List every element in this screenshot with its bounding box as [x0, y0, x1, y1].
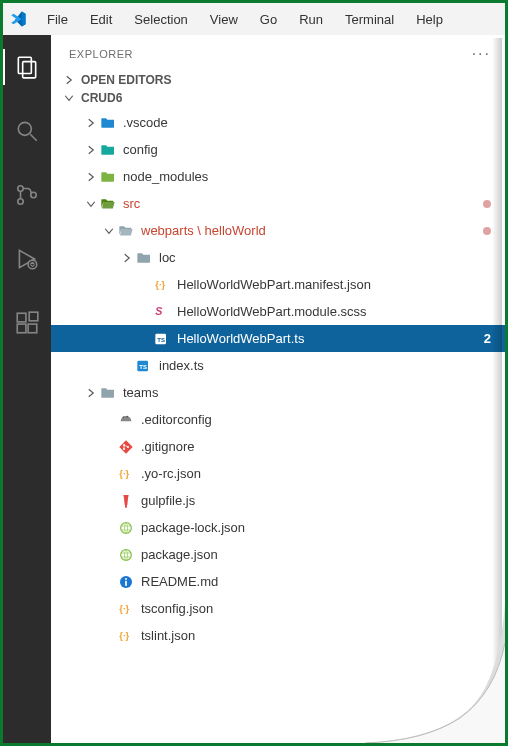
activity-bar: [3, 35, 51, 743]
tree-row[interactable]: .vscode: [51, 109, 505, 136]
modified-dot-icon: [483, 227, 491, 235]
section-open-editors[interactable]: OPEN EDITORS: [51, 71, 505, 89]
tree-item-label: index.ts: [159, 358, 204, 373]
tree-row[interactable]: {·}tslint.json: [51, 622, 505, 649]
svg-point-7: [28, 260, 37, 269]
ts-icon: TS: [135, 357, 153, 375]
chevron-right-icon[interactable]: [85, 117, 99, 129]
tree-row[interactable]: .gitignore: [51, 433, 505, 460]
svg-point-26: [121, 549, 132, 560]
tree-row[interactable]: TSindex.ts: [51, 352, 505, 379]
tree-row[interactable]: package.json: [51, 541, 505, 568]
svg-text:TS: TS: [157, 336, 165, 342]
chevron-right-icon[interactable]: [85, 387, 99, 399]
tree-item-label: gulpfile.js: [141, 493, 195, 508]
chevron-down-icon[interactable]: [85, 198, 99, 210]
svg-text:S: S: [155, 305, 162, 317]
svg-text:{·}: {·}: [119, 631, 129, 641]
menu-file[interactable]: File: [37, 8, 78, 31]
tree-row[interactable]: {·}HelloWorldWebPart.manifest.json: [51, 271, 505, 298]
tree-row[interactable]: webparts \ helloWorld: [51, 217, 505, 244]
chevron-down-icon: [63, 92, 77, 104]
chevron-down-icon[interactable]: [103, 225, 117, 237]
tree-row[interactable]: teams: [51, 379, 505, 406]
explorer-title: EXPLORER: [69, 48, 133, 60]
explorer-icon[interactable]: [3, 45, 51, 89]
svg-point-28: [125, 578, 127, 580]
extensions-icon[interactable]: [3, 301, 51, 345]
tree-row[interactable]: {·}.yo-rc.json: [51, 460, 505, 487]
source-control-icon[interactable]: [3, 173, 51, 217]
tree-item-label: loc: [159, 250, 176, 265]
gulp-icon: [117, 492, 135, 510]
tree-row[interactable]: node_modules: [51, 163, 505, 190]
tree-item-label: config: [123, 142, 158, 157]
editorconfig-icon: [117, 411, 135, 429]
tree-row[interactable]: TSHelloWorldWebPart.ts2: [51, 325, 505, 352]
tree-row[interactable]: .editorconfig: [51, 406, 505, 433]
menu-selection[interactable]: Selection: [124, 8, 197, 31]
chevron-right-icon: [63, 74, 77, 86]
chevron-right-icon[interactable]: [121, 252, 135, 264]
tree-item-label: teams: [123, 385, 158, 400]
file-tree: .vscodeconfignode_modulessrcwebparts \ h…: [51, 107, 505, 657]
section-project[interactable]: CRUD6: [51, 89, 505, 107]
scss-icon: S: [153, 303, 171, 321]
run-debug-icon[interactable]: [3, 237, 51, 281]
tree-item-label: src: [123, 196, 140, 211]
tree-row[interactable]: SHelloWorldWebPart.module.scss: [51, 298, 505, 325]
svg-rect-24: [125, 505, 127, 508]
svg-text:{·}: {·}: [155, 280, 165, 290]
chevron-right-icon[interactable]: [85, 144, 99, 156]
menu-help[interactable]: Help: [406, 8, 453, 31]
tree-item-label: README.md: [141, 574, 218, 589]
tree-item-label: node_modules: [123, 169, 208, 184]
json-icon: {·}: [117, 627, 135, 645]
svg-point-18: [123, 416, 125, 418]
tree-row[interactable]: package-lock.json: [51, 514, 505, 541]
chevron-right-icon[interactable]: [85, 171, 99, 183]
tree-row[interactable]: config: [51, 136, 505, 163]
problems-badge: 2: [484, 331, 491, 346]
ts-icon: TS: [153, 330, 171, 348]
menu-edit[interactable]: Edit: [80, 8, 122, 31]
svg-line-3: [30, 134, 37, 141]
folder-src-icon: [99, 195, 117, 213]
tree-item-label: webparts \ helloWorld: [141, 223, 266, 238]
svg-rect-0: [18, 57, 31, 73]
open-editors-label: OPEN EDITORS: [81, 73, 171, 87]
tree-item-label: .editorconfig: [141, 412, 212, 427]
svg-rect-9: [17, 324, 26, 333]
svg-rect-10: [28, 324, 37, 333]
svg-text:TS: TS: [139, 363, 147, 369]
info-icon: [117, 573, 135, 591]
tree-row[interactable]: gulpfile.js: [51, 487, 505, 514]
folder-icon: [99, 384, 117, 402]
git-icon: [117, 438, 135, 456]
menubar: File Edit Selection View Go Run Terminal…: [3, 3, 505, 35]
json-icon: {·}: [117, 600, 135, 618]
folder-config-icon: [99, 141, 117, 159]
tree-row[interactable]: loc: [51, 244, 505, 271]
folder-icon: [135, 249, 153, 267]
svg-point-19: [127, 415, 129, 417]
tree-row[interactable]: src: [51, 190, 505, 217]
menu-terminal[interactable]: Terminal: [335, 8, 404, 31]
svg-text:{·}: {·}: [119, 469, 129, 479]
svg-rect-11: [29, 312, 38, 321]
folder-open-icon: [117, 222, 135, 240]
menu-go[interactable]: Go: [250, 8, 287, 31]
menu-run[interactable]: Run: [289, 8, 333, 31]
tree-row[interactable]: {·}tsconfig.json: [51, 595, 505, 622]
menu-view[interactable]: View: [200, 8, 248, 31]
tree-item-label: tsconfig.json: [141, 601, 213, 616]
svg-rect-29: [125, 580, 127, 585]
svg-point-25: [121, 522, 132, 533]
tree-row[interactable]: README.md: [51, 568, 505, 595]
tree-item-label: .gitignore: [141, 439, 194, 454]
search-icon[interactable]: [3, 109, 51, 153]
tree-item-label: package.json: [141, 547, 218, 562]
explorer-sidebar: EXPLORER ··· OPEN EDITORS CRUD6 .vscodec…: [51, 35, 505, 743]
tree-item-label: HelloWorldWebPart.module.scss: [177, 304, 367, 319]
more-actions-icon[interactable]: ···: [472, 45, 491, 63]
